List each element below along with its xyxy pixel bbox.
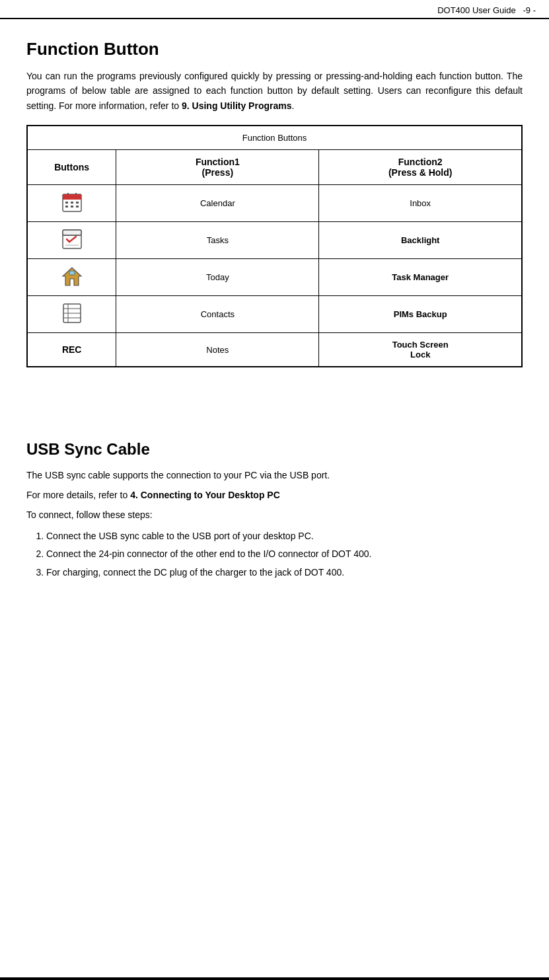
func1-label: Function1 <box>196 157 240 167</box>
table-title: Function Buttons <box>242 133 307 143</box>
table-row: Calendar Inbox <box>27 185 522 222</box>
svg-marker-15 <box>63 268 81 285</box>
backlight-label: Backlight <box>401 235 440 245</box>
svg-rect-2 <box>63 198 81 200</box>
func2-inbox: Inbox <box>319 185 522 222</box>
button-icon-cell <box>27 222 116 259</box>
intro-end: . <box>291 100 294 111</box>
table-row: Tasks Backlight <box>27 222 522 259</box>
func1-contacts: Contacts <box>116 296 319 333</box>
col-func2-header: Function2 (Press & Hold) <box>319 150 522 185</box>
header-title: DOT400 User Guide <box>437 5 516 15</box>
svg-rect-12 <box>63 230 81 235</box>
usb-section-title: USB Sync Cable <box>26 440 523 459</box>
button-icon-cell <box>27 259 116 296</box>
spacer2 <box>26 414 523 433</box>
svg-rect-7 <box>76 202 79 204</box>
func2-taskmanager: Task Manager <box>319 259 522 296</box>
button-rec-cell: REC <box>27 333 116 367</box>
function-button-title: Function Button <box>26 39 523 59</box>
func2-touchscreen: Touch Screen Lock <box>319 333 522 367</box>
header-page: -9 - <box>523 5 536 15</box>
footer-line <box>0 977 549 980</box>
touchscreen-label: Touch Screen Lock <box>392 340 449 359</box>
calendar-icon <box>61 192 83 213</box>
usb-steps-list: Connect the USB sync cable to the USB po… <box>46 529 523 581</box>
usb-para2: For more details, refer to 4. Connecting… <box>26 488 523 504</box>
usb-para1: The USB sync cable supports the connecti… <box>26 468 523 484</box>
usb-step-1: Connect the USB sync cable to the USB po… <box>46 529 523 545</box>
function-table: Function Buttons Buttons Function1 (Pres… <box>26 125 523 367</box>
svg-rect-8 <box>65 206 68 207</box>
main-content: Function Button You can run the programs… <box>0 19 549 597</box>
svg-rect-10 <box>76 206 79 207</box>
usb-step-3-text: For charging, connect the DC plug of the… <box>46 567 344 578</box>
func2-sublabel: (Press & Hold) <box>388 167 452 178</box>
touchscreen-line1: Touch Screen <box>392 340 449 350</box>
usb-para2-bold: 4. Connecting to Your Desktop PC <box>130 490 280 500</box>
contacts-icon <box>61 303 83 324</box>
table-title-row: Function Buttons <box>27 126 522 150</box>
tasks-icon <box>61 229 83 250</box>
func1-today: Today <box>116 259 319 296</box>
col-func1-header: Function1 (Press) <box>116 150 319 185</box>
spacer <box>26 394 523 414</box>
svg-rect-9 <box>71 206 73 207</box>
svg-rect-6 <box>71 202 73 204</box>
col-buttons-header: Buttons <box>27 150 116 185</box>
svg-rect-5 <box>65 202 68 204</box>
touchscreen-line2: Lock <box>410 350 430 359</box>
func2-backlight: Backlight <box>319 222 522 259</box>
usb-para3: To connect, follow these steps: <box>26 508 523 523</box>
usb-para2-prefix: For more details, refer to <box>26 490 128 500</box>
rec-label: REC <box>62 344 82 355</box>
func1-notes: Notes <box>116 333 319 367</box>
table-row: Contacts PIMs Backup <box>27 296 522 333</box>
button-icon-cell <box>27 185 116 222</box>
usb-step-2: Connect the 24-pin connector of the othe… <box>46 547 523 562</box>
taskmanager-label: Task Manager <box>392 272 449 282</box>
table-title-cell: Function Buttons <box>27 126 522 150</box>
func2-label: Function2 <box>398 157 443 167</box>
svg-rect-16 <box>69 271 75 275</box>
button-icon-cell <box>27 296 116 333</box>
intro-paragraph: You can run the programs previously conf… <box>26 69 523 113</box>
page-header: DOT400 User Guide -9 - <box>0 0 549 19</box>
table-row: Today Task Manager <box>27 259 522 296</box>
pims-label: PIMs Backup <box>394 309 447 319</box>
func1-sublabel: (Press) <box>202 167 233 178</box>
table-header-row: Buttons Function1 (Press) Function2 (Pre… <box>27 150 522 185</box>
table-row: REC Notes Touch Screen Lock <box>27 333 522 367</box>
func1-calendar: Calendar <box>116 185 319 222</box>
usb-step-2-text: Connect the 24-pin connector of the othe… <box>46 548 371 559</box>
func2-pims: PIMs Backup <box>319 296 522 333</box>
intro-bold: 9. Using Utility Programs <box>182 100 291 111</box>
usb-step-3: For charging, connect the DC plug of the… <box>46 565 523 581</box>
func1-tasks: Tasks <box>116 222 319 259</box>
home-icon <box>61 266 83 287</box>
